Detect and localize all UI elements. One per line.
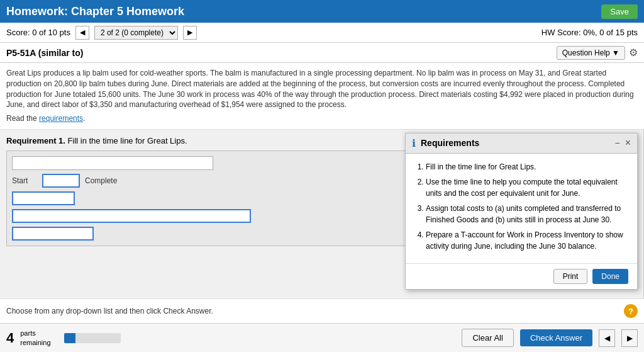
read-text: Read the (6, 114, 39, 123)
timeline-long-input[interactable] (12, 209, 251, 223)
requirement-item-3: Assign total costs to (a) units complete… (426, 203, 628, 225)
info-icon: ℹ (412, 137, 416, 149)
start-label: Start (12, 176, 37, 185)
timeline-start-input[interactable] (42, 174, 80, 188)
choose-bar: Choose from any drop-down list and then … (0, 298, 644, 323)
requirements-link[interactable]: requirements (39, 114, 83, 123)
complete1-label: Complete (85, 176, 117, 185)
timeline-bottom-input1[interactable] (12, 191, 75, 205)
bottom-prev-button[interactable]: ◀ (599, 329, 615, 347)
next-page-button[interactable]: ▶ (183, 26, 197, 40)
progress-bar (64, 333, 121, 343)
requirement-instruction: Fill in the time line for Great Lips. (68, 136, 187, 145)
choose-text: Choose from any drop-down list and then … (6, 307, 624, 315)
description: Great Lips produces a lip balm used for … (0, 63, 644, 130)
check-answer-button[interactable]: Check Answer (520, 329, 592, 346)
popup-body: Fill in the time line for Great Lips. Us… (406, 154, 637, 263)
help-circle[interactable]: ? (624, 304, 638, 318)
question-help-label: Question Help (562, 48, 610, 57)
timeline-top-input[interactable] (12, 156, 213, 170)
parts-label: parts (20, 329, 58, 338)
requirement-item-1: Fill in the time line for Great Lips. (426, 161, 628, 173)
score-text: Score: 0 of 10 pts (6, 28, 70, 37)
requirement-item-2: Use the time line to help you compute th… (426, 176, 628, 199)
score-left: Score: 0 of 10 pts ◀ 2 of 2 (0 complete)… (6, 26, 197, 40)
progress-bar-fill (64, 333, 75, 343)
save-button[interactable]: Save (601, 4, 638, 19)
bottom-next-button[interactable]: ▶ (621, 329, 638, 347)
done-button[interactable]: Done (592, 269, 628, 284)
remaining-label: remaining (20, 338, 58, 347)
requirement-number: Requirement 1. (6, 136, 65, 145)
period-text: . (83, 114, 85, 123)
timeline-bottom-input3[interactable] (12, 227, 94, 241)
requirements-popup: ℹ Requirements − × Fill in the time line… (405, 133, 638, 290)
bottom-bar: 4 parts remaining Clear All Check Answer… (0, 323, 644, 352)
page-selector[interactable]: 2 of 2 (0 complete) (94, 26, 178, 40)
question-title: P5-51A (similar to) (6, 48, 83, 58)
question-help-area: Question Help ▼ ⚙ (557, 46, 638, 60)
popup-footer: Print Done (406, 263, 637, 289)
description-text: Great Lips produces a lip balm used for … (6, 69, 634, 109)
popup-minimize-button[interactable]: − (614, 138, 619, 148)
print-button[interactable]: Print (553, 269, 588, 284)
requirement-item-4: Prepare a T-account for Work in Process … (426, 229, 628, 252)
question-header: P5-51A (similar to) Question Help ▼ ⚙ (0, 43, 644, 63)
question-help-button[interactable]: Question Help ▼ (557, 46, 625, 60)
clear-all-button[interactable]: Clear All (462, 329, 513, 347)
top-bar: Homework: Chapter 5 Homework Save (0, 0, 644, 23)
requirements-list: Fill in the time line for Great Lips. Us… (414, 161, 628, 252)
gear-icon[interactable]: ⚙ (629, 47, 638, 59)
parts-number-display: 4 (6, 330, 14, 346)
prev-page-button[interactable]: ◀ (75, 26, 89, 40)
main-content: Requirement 1. Fill in the time line for… (0, 130, 644, 312)
popup-close-button[interactable]: × (625, 137, 631, 149)
parts-info: parts remaining (20, 329, 58, 347)
hw-score-text: HW Score: 0%, 0 of 15 pts (541, 28, 638, 37)
popup-title: Requirements (421, 138, 609, 148)
popup-header: ℹ Requirements − × (406, 133, 637, 154)
score-bar: Score: 0 of 10 pts ◀ 2 of 2 (0 complete)… (0, 23, 644, 43)
page-title: Homework: Chapter 5 Homework (6, 5, 184, 18)
